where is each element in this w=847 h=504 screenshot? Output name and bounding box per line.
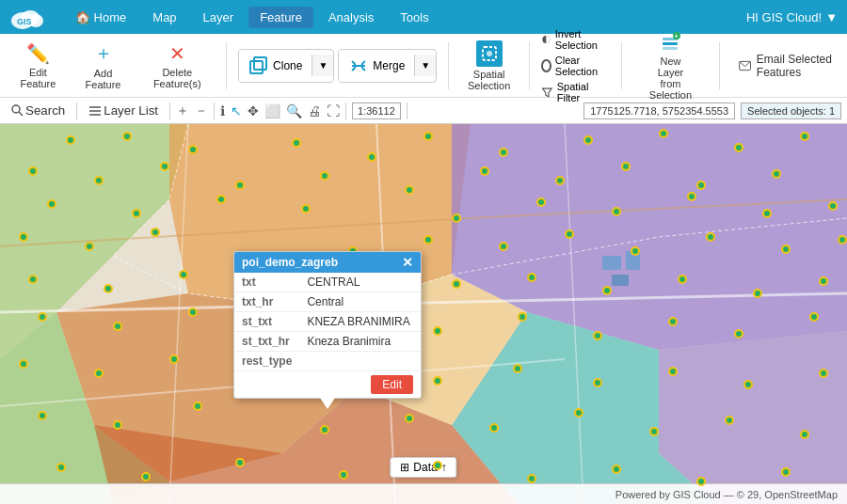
map-dot[interactable] (320, 171, 329, 181)
merge-button[interactable]: Merge ▼ (338, 49, 437, 83)
map-dot[interactable] (527, 273, 536, 282)
map-dot[interactable] (424, 235, 433, 244)
map-dot[interactable] (66, 135, 75, 145)
nav-feature[interactable]: Feature (248, 7, 313, 28)
map-dot[interactable] (19, 232, 28, 242)
user-menu[interactable]: HI GIS Cloud! ▼ (746, 10, 838, 24)
popup-scroll[interactable]: txt CENTRAL txt_hr Central st_txt KNEZA … (234, 273, 421, 370)
print-icon[interactable]: 🖨 (308, 103, 321, 118)
map-dot[interactable] (433, 376, 442, 386)
map-dot[interactable] (734, 143, 743, 152)
map-dot[interactable] (301, 204, 311, 213)
map-dot[interactable] (122, 132, 132, 141)
map-dot[interactable] (781, 244, 791, 254)
map-dot[interactable] (659, 129, 668, 138)
map-dot[interactable] (574, 408, 583, 417)
map-dot[interactable] (452, 279, 461, 289)
info-icon[interactable]: ℹ (220, 103, 225, 118)
map-dot[interactable] (800, 132, 809, 141)
map-dot[interactable] (19, 359, 28, 369)
map-dot[interactable] (499, 148, 508, 157)
map-dot[interactable] (480, 166, 489, 176)
map-dot[interactable] (339, 470, 348, 480)
map-dot[interactable] (753, 289, 762, 298)
map-dot[interactable] (772, 169, 781, 179)
map-dot[interactable] (367, 152, 376, 162)
map-dot[interactable] (179, 270, 188, 279)
map-dot[interactable] (828, 201, 838, 211)
map-dot[interactable] (527, 474, 536, 483)
map-dot[interactable] (536, 197, 546, 207)
map-dot[interactable] (405, 185, 414, 195)
map-dot[interactable] (809, 312, 819, 322)
map-dot[interactable] (169, 354, 179, 364)
map-dot[interactable] (819, 369, 828, 378)
bbox-icon[interactable]: ⬜ (264, 103, 280, 118)
map-dot[interactable] (513, 364, 522, 373)
map-dot[interactable] (292, 138, 301, 148)
map-dot[interactable] (235, 458, 245, 467)
map-dot[interactable] (38, 312, 47, 322)
invert-selection-button[interactable]: Invert Selection (541, 28, 602, 51)
nav-analysis[interactable]: Analysis (317, 7, 385, 28)
map-dot[interactable] (28, 166, 38, 176)
add-feature-button[interactable]: ＋ Add Feature (74, 37, 132, 94)
email-selected-button[interactable]: Email Selected Features (739, 53, 838, 79)
nav-map[interactable]: Map (141, 7, 187, 28)
popup-edit-button[interactable]: Edit (371, 375, 413, 394)
map-dot[interactable] (706, 232, 715, 242)
map-dot[interactable] (56, 463, 66, 472)
map-dot[interactable] (593, 378, 602, 387)
clear-selection-button[interactable]: Clear Selection (541, 55, 602, 77)
map-dot[interactable] (85, 242, 94, 251)
merge-arrow[interactable]: ▼ (414, 55, 436, 76)
edit-feature-button[interactable]: ✏️ Edit Feature (9, 39, 67, 93)
map-dot[interactable] (734, 329, 743, 339)
zoom-in-icon[interactable]: ＋ (176, 102, 189, 119)
map-dot[interactable] (452, 213, 461, 223)
map-dot[interactable] (433, 326, 442, 336)
map-dot[interactable] (781, 467, 791, 477)
map-dot[interactable] (499, 242, 508, 251)
map-dot[interactable] (838, 235, 847, 244)
map-dot[interactable] (631, 246, 640, 256)
map-dot[interactable] (235, 181, 245, 190)
map-dot[interactable] (28, 275, 38, 284)
map-dot[interactable] (649, 427, 659, 436)
map-dot[interactable] (800, 430, 809, 439)
map-dot[interactable] (696, 181, 706, 190)
map-dot[interactable] (687, 192, 696, 201)
clone-button[interactable]: Clone ▼ (238, 49, 334, 83)
data-panel-button[interactable]: ⊞ Data ↑ (390, 457, 456, 478)
map-dot[interactable] (678, 275, 687, 284)
nav-layer[interactable]: Layer (192, 7, 246, 28)
map-dot[interactable] (113, 420, 122, 430)
map-dot[interactable] (424, 132, 433, 141)
map-dot[interactable] (405, 414, 414, 423)
map-dot[interactable] (94, 176, 104, 185)
map-dot[interactable] (725, 416, 734, 425)
map-dot[interactable] (320, 425, 329, 434)
map-dot[interactable] (696, 477, 706, 486)
map-dot[interactable] (151, 228, 160, 237)
clone-arrow[interactable]: ▼ (312, 55, 333, 76)
map-dot[interactable] (668, 317, 678, 326)
popup-close-button[interactable]: ✕ (402, 256, 413, 269)
delete-feature-button[interactable]: ✕ Delete Feature(s) (139, 39, 215, 93)
map-dot[interactable] (188, 145, 198, 154)
zoom-select-icon[interactable]: 🔍 (286, 103, 302, 118)
spatial-selection-button[interactable]: Spatial Selection (460, 37, 518, 95)
map-dot[interactable] (743, 380, 753, 389)
zoom-out-icon[interactable]: － (195, 102, 208, 119)
map-container[interactable]: CENTRAL (0, 124, 847, 504)
fullscreen-icon[interactable]: ⛶ (327, 103, 340, 118)
map-dot[interactable] (433, 461, 442, 470)
map-dot[interactable] (583, 135, 593, 145)
map-dot[interactable] (132, 209, 141, 218)
map-dot[interactable] (104, 284, 113, 293)
map-dot[interactable] (193, 402, 202, 411)
map-dot[interactable] (621, 162, 631, 171)
map-dot[interactable] (668, 367, 678, 376)
map-dot[interactable] (612, 207, 621, 216)
map-dot[interactable] (188, 307, 198, 317)
